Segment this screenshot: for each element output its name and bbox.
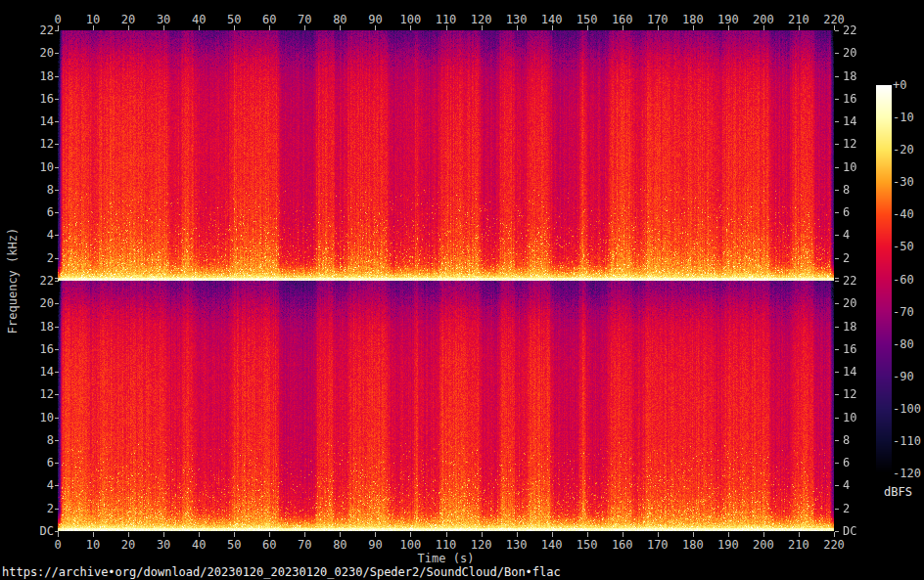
y-tick-label-left: 12 <box>19 388 54 401</box>
y-tick-mark-right <box>835 531 839 532</box>
y-tick-mark-left <box>55 349 59 350</box>
y-tick-label-left: 4 <box>19 229 54 242</box>
colorbar-unit-label: dBFS <box>884 486 912 499</box>
x-tick-label-bottom: 150 <box>568 539 607 552</box>
y-tick-mark-right <box>835 190 839 191</box>
y-tick-mark-right <box>835 485 839 486</box>
x-tick-mark-top <box>269 25 270 30</box>
y-tick-mark-right <box>835 440 839 441</box>
colorbar-tick-label: -80 <box>893 338 924 351</box>
y-tick-label-right: 20 <box>843 297 872 310</box>
x-tick-mark-bottom <box>658 532 659 537</box>
x-tick-mark-top <box>623 25 624 30</box>
y-tick-mark-right <box>835 167 839 168</box>
y-tick-mark-right <box>835 53 839 54</box>
y-tick-label-right: 2 <box>843 503 872 515</box>
y-tick-mark-right <box>835 212 839 213</box>
y-tick-label-right: 12 <box>843 138 872 151</box>
x-tick-mark-bottom <box>199 532 200 537</box>
y-tick-label-right: 2 <box>843 252 872 265</box>
y-tick-mark-left <box>55 531 59 532</box>
y-tick-label-left: 20 <box>19 297 54 310</box>
y-tick-mark-left <box>55 278 59 279</box>
y-tick-label-left: 16 <box>19 343 54 356</box>
colorbar-tick-label: -50 <box>893 241 924 253</box>
y-tick-mark-right <box>835 30 839 31</box>
x-tick-mark-bottom <box>269 532 270 537</box>
y-tick-label-right: 18 <box>843 321 872 334</box>
y-tick-mark-right <box>835 258 839 259</box>
x-tick-mark-bottom <box>763 532 764 537</box>
x-tick-mark-top <box>517 25 518 30</box>
y-tick-label-left: 12 <box>19 138 54 151</box>
x-tick-label-bottom: 10 <box>73 539 113 552</box>
x-tick-mark-top <box>693 25 694 30</box>
colorbar-tick-label: +0 <box>893 79 924 92</box>
y-tick-mark-left <box>55 53 59 54</box>
y-tick-mark-right <box>835 394 839 395</box>
x-tick-mark-bottom <box>587 532 588 537</box>
spectrogram-channel-2 <box>58 281 834 531</box>
x-tick-label-bottom: 30 <box>144 539 183 552</box>
y-tick-label-right: 14 <box>843 115 872 128</box>
y-tick-label-right: 6 <box>843 206 872 219</box>
x-tick-label-bottom: 190 <box>709 539 748 552</box>
x-tick-mark-bottom <box>375 532 376 537</box>
y-tick-label-right: DC <box>843 525 872 538</box>
y-tick-label-left: 20 <box>19 47 54 60</box>
colorbar-tick-label: -20 <box>893 144 924 156</box>
x-tick-mark-bottom <box>482 532 483 537</box>
y-tick-label-left: 2 <box>19 503 54 515</box>
y-tick-label-left: 6 <box>19 206 54 219</box>
y-tick-mark-left <box>55 167 59 168</box>
x-tick-mark-top <box>375 25 376 30</box>
x-tick-label-bottom: 100 <box>391 539 430 552</box>
y-tick-label-right: 22 <box>843 275 872 288</box>
y-tick-mark-left <box>55 372 59 373</box>
y-tick-mark-left <box>55 418 59 419</box>
source-url-text: https://archive•org/download/20230120_20… <box>2 566 561 579</box>
x-tick-mark-bottom <box>728 532 729 537</box>
y-tick-label-left: 14 <box>19 366 54 379</box>
x-tick-mark-top <box>410 25 411 30</box>
colorbar-gradient <box>876 85 892 473</box>
y-tick-label-right: 10 <box>843 412 872 424</box>
x-tick-mark-top <box>552 25 553 30</box>
y-tick-mark-left <box>55 509 59 510</box>
x-tick-label-bottom: 120 <box>462 539 501 552</box>
x-tick-mark-top <box>199 25 200 30</box>
x-tick-mark-bottom <box>234 532 235 537</box>
x-tick-label-bottom: 80 <box>320 539 359 552</box>
y-tick-label-right: 20 <box>843 47 872 60</box>
y-tick-label-right: 22 <box>843 24 872 37</box>
x-axis-title: Time (s) <box>58 553 834 565</box>
x-tick-mark-top <box>482 25 483 30</box>
y-tick-mark-left <box>55 99 59 100</box>
y-tick-mark-left <box>55 281 59 282</box>
y-tick-mark-right <box>835 418 839 419</box>
y-tick-label-left: 10 <box>19 161 54 174</box>
colorbar-tick-label: -40 <box>893 208 924 221</box>
y-tick-label-right: 4 <box>843 229 872 242</box>
y-tick-label-right: 14 <box>843 366 872 379</box>
y-tick-mark-left <box>55 235 59 236</box>
spectrogram-channel-1 <box>58 30 834 281</box>
x-tick-mark-bottom <box>834 532 835 537</box>
y-tick-mark-left <box>55 485 59 486</box>
x-tick-label-bottom: 130 <box>497 539 536 552</box>
x-tick-mark-top <box>587 25 588 30</box>
x-tick-mark-top <box>163 25 164 30</box>
x-tick-label-bottom: 170 <box>638 539 677 552</box>
y-tick-mark-right <box>835 121 839 122</box>
x-tick-mark-bottom <box>693 532 694 537</box>
y-tick-label-left: 22 <box>19 275 54 288</box>
x-tick-mark-bottom <box>799 532 800 537</box>
colorbar-tick-label: -120 <box>893 468 924 480</box>
x-tick-label-bottom: 70 <box>285 539 324 552</box>
x-tick-mark-top <box>799 25 800 30</box>
y-tick-mark-left <box>55 144 59 145</box>
x-tick-mark-top <box>304 25 305 30</box>
y-tick-mark-right <box>835 509 839 510</box>
x-tick-mark-bottom <box>128 532 129 537</box>
colorbar-tick-label: -70 <box>893 306 924 319</box>
